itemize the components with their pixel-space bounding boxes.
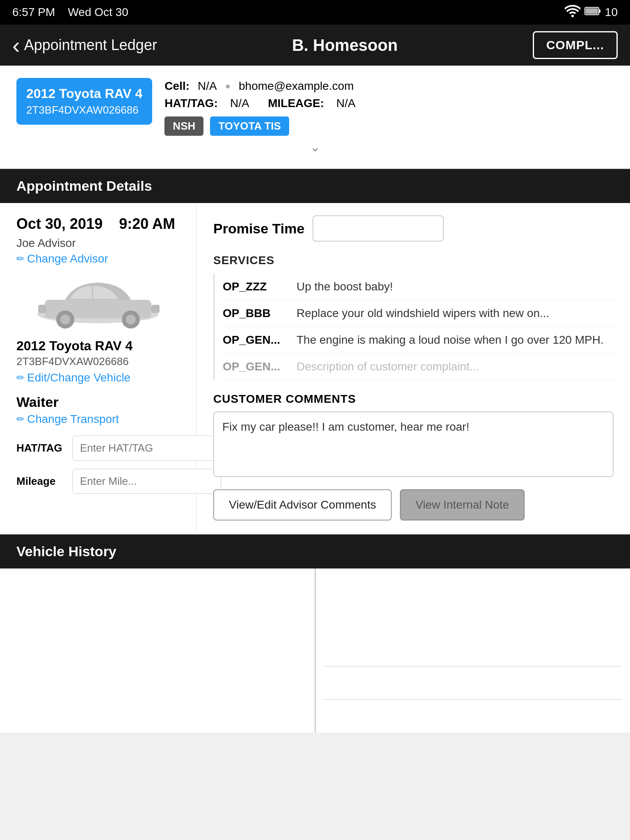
vehicle-badge: 2012 Toyota RAV 4 2T3BF4DVXAW026686 [16,78,152,125]
edit-vehicle-button[interactable]: ✏ Edit/Change Vehicle [16,371,180,384]
action-buttons-row: View/Edit Advisor Comments View Internal… [213,489,614,520]
view-internal-note-button[interactable]: View Internal Note [400,489,525,520]
history-divider-2 [324,699,622,700]
hat-tag-label-header: HAT/TAG: [164,97,218,110]
vehicle-info: Cell: N/A ● bhome@example.com HAT/TAG: N… [164,78,614,136]
service-item-3: OP_GEN... The engine is making a loud no… [223,327,614,354]
change-transport-label[interactable]: Change Transport [27,413,119,426]
cell-value: N/A [198,80,217,93]
vehicle-history-header: Vehicle History [0,534,630,568]
car-illustration [32,275,164,329]
mileage-field-row: Mileage [16,469,180,494]
service-op-2: OP_BBB [223,307,288,320]
customer-comments-header: CUSTOMER COMMENTS [213,393,614,406]
transport-type: Waiter [16,394,180,410]
service-item-1: OP_ZZZ Up the boost baby! [223,274,614,300]
appointment-details-section: Appointment Details Oct 30, 2019 9:20 AM… [0,169,630,533]
vehicle-tag-row: HAT/TAG: N/A MILEAGE: N/A [164,97,614,110]
wifi-icon [565,5,580,20]
chevron-down-icon: ⌄ [310,140,320,154]
appointment-datetime: Oct 30, 2019 9:20 AM [16,215,180,233]
change-advisor-button[interactable]: ✏ Change Advisor [16,252,180,265]
vehicle-detail-vin: 2T3BF4DVXAW026686 [16,355,180,368]
service-desc-4: Description of customer complaint... [297,360,614,373]
change-advisor-label[interactable]: Change Advisor [27,252,108,265]
back-arrow-icon: ‹ [12,32,20,59]
collapse-chevron[interactable]: ⌄ [16,136,614,156]
history-right-panel [316,568,630,733]
advisor-name: Joe Advisor [16,237,180,250]
customer-comments-box[interactable]: Fix my car please!! I am customer, hear … [213,411,614,477]
service-op-3: OP_GEN... [223,333,288,347]
vehicle-badge-name: 2012 Toyota RAV 4 [26,86,142,101]
pencil-icon: ✏ [16,253,25,265]
history-left-panel [0,568,316,733]
nsh-tag[interactable]: NSH [164,116,203,136]
view-edit-advisor-comments-button[interactable]: View/Edit Advisor Comments [213,489,392,520]
mileage-value: N/A [336,97,356,110]
service-item-2: OP_BBB Replace your old windshield wiper… [223,300,614,327]
vehicle-contact-row: Cell: N/A ● bhome@example.com [164,80,614,93]
hat-tag-field-row: HAT/TAG [16,436,180,461]
appointment-date: Oct 30, 2019 [16,215,103,232]
status-bar: 6:57 PM Wed Oct 30 10 [0,0,630,25]
promise-time-input[interactable] [313,215,444,242]
svg-rect-9 [38,305,46,313]
toyota-tis-tag[interactable]: TOYOTA TIS [210,116,289,136]
nav-center-title: B. Homesoon [292,36,398,55]
pencil-icon-vehicle: ✏ [16,372,25,383]
vehicle-history-body [0,568,630,733]
vehicle-history-section: Vehicle History [0,534,630,733]
svg-rect-2 [586,8,598,14]
status-icons: 10 [565,5,618,20]
services-header: SERVICES [213,254,614,267]
service-op-4: OP_GEN... [223,360,288,373]
separator: ● [225,81,231,91]
history-divider-1 [324,666,622,667]
email-value: bhome@example.com [239,80,354,93]
vehicle-detail-name: 2012 Toyota RAV 4 [16,338,180,354]
tags-row: NSH TOYOTA TIS [164,116,614,136]
vehicle-badge-vin: 2T3BF4DVXAW026686 [26,104,142,116]
service-desc-1: Up the boost baby! [297,280,614,293]
hat-tag-value: N/A [230,97,249,110]
status-time: 6:57 PM Wed Oct 30 [12,6,128,19]
battery-icon [584,6,601,19]
service-item-4: OP_GEN... Description of customer compla… [223,354,614,380]
pencil-icon-transport: ✏ [16,413,25,425]
promise-time-label: Promise Time [213,221,304,237]
mileage-field-label: Mileage [16,475,66,488]
appointment-left-column: Oct 30, 2019 9:20 AM Joe Advisor ✏ Chang… [0,203,197,533]
appointment-details-header: Appointment Details [0,169,630,203]
edit-vehicle-label[interactable]: Edit/Change Vehicle [27,371,130,384]
battery-percent: 10 [605,6,618,19]
services-list: OP_ZZZ Up the boost baby! OP_BBB Replace… [213,274,614,380]
service-desc-3: The engine is making a loud noise when I… [297,333,614,347]
cell-label: Cell: [164,80,189,93]
hat-tag-field-label: HAT/TAG [16,442,66,454]
appointment-right-column: Promise Time SERVICES OP_ZZZ Up the boos… [197,203,630,533]
back-label[interactable]: Appointment Ledger [24,37,157,54]
svg-rect-10 [151,305,160,313]
change-transport-button[interactable]: ✏ Change Transport [16,413,180,426]
appointment-details-body: Oct 30, 2019 9:20 AM Joe Advisor ✏ Chang… [0,203,630,533]
svg-point-6 [60,315,70,324]
back-button[interactable]: ‹ Appointment Ledger [12,32,157,59]
complete-button[interactable]: COMPL... [533,31,618,59]
service-desc-2: Replace your old windshield wipers with … [297,307,614,320]
promise-time-row: Promise Time [213,215,614,242]
mileage-label-header: MILEAGE: [262,97,324,110]
nav-bar: ‹ Appointment Ledger B. Homesoon COMPL..… [0,25,630,66]
vehicle-card: 2012 Toyota RAV 4 2T3BF4DVXAW026686 Cell… [0,66,630,169]
appointment-time: 9:20 AM [119,215,175,232]
service-op-1: OP_ZZZ [223,280,288,293]
svg-rect-1 [599,9,600,13]
car-illustration-wrapper [16,275,180,329]
svg-point-8 [126,315,136,324]
